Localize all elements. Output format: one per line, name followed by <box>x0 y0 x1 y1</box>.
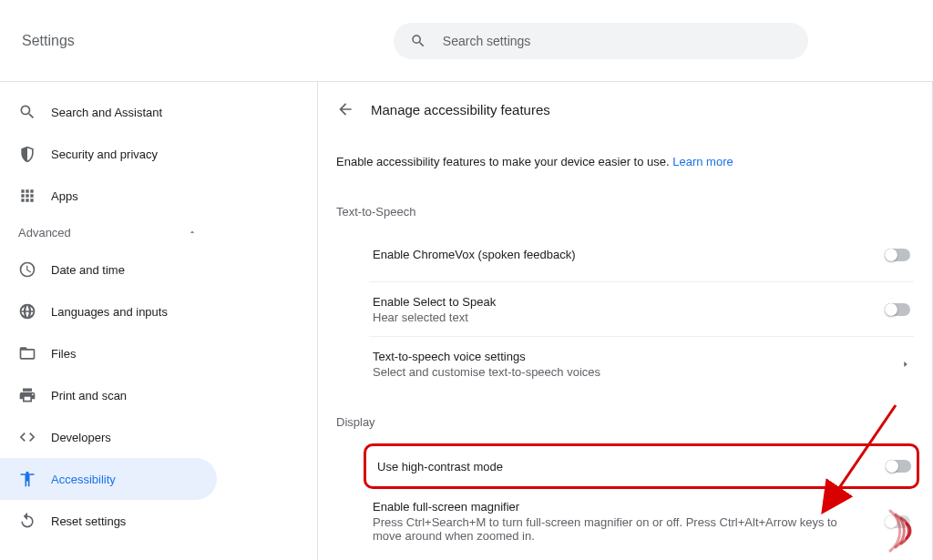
sidebar-item-label: Apps <box>51 189 78 203</box>
sidebar-item-label: Reset settings <box>51 514 126 528</box>
sidebar-item-label: Search and Assistant <box>51 106 162 119</box>
toggle-fullscreen-magnifier[interactable] <box>885 515 910 528</box>
learn-more-link[interactable]: Learn more <box>672 155 733 168</box>
row-subtitle: Press Ctrl+Search+M to turn full-screen … <box>373 515 837 543</box>
sidebar-item-apps[interactable]: Apps <box>0 175 217 217</box>
shield-icon <box>18 145 36 163</box>
row-title: Enable ChromeVox (spoken feedback) <box>373 248 576 261</box>
sidebar-item-print-scan[interactable]: Print and scan <box>0 374 217 416</box>
row-fullscreen-magnifier[interactable]: Enable full-screen magnifier Press Ctrl+… <box>369 489 914 554</box>
row-title: Use high-contrast mode <box>377 460 503 473</box>
app-title: Settings <box>22 33 75 49</box>
chevron-right-icon <box>901 360 910 369</box>
sidebar-section-advanced[interactable]: Advanced <box>0 217 217 249</box>
sidebar-item-label: Files <box>51 347 76 361</box>
intro-text: Enable accessibility features to make yo… <box>318 155 932 168</box>
row-chromevox[interactable]: Enable ChromeVox (spoken feedback) <box>369 228 914 282</box>
sidebar-item-label: Security and privacy <box>51 148 158 161</box>
search-icon <box>410 33 426 49</box>
sidebar-item-security-privacy[interactable]: Security and privacy <box>0 133 217 175</box>
search-box[interactable] <box>394 23 808 59</box>
sidebar-item-files[interactable]: Files <box>0 332 217 374</box>
row-title: Enable full-screen magnifier <box>373 500 837 514</box>
row-subtitle: Select and customise text-to-speech voic… <box>373 365 600 379</box>
page-title: Manage accessibility features <box>371 102 550 117</box>
sidebar-item-label: Languages and inputs <box>51 305 168 319</box>
row-title: Text-to-speech voice settings <box>373 350 600 363</box>
folder-icon <box>18 344 36 362</box>
app-header: Settings <box>0 0 933 82</box>
chevron-up-icon <box>188 226 197 239</box>
row-tts-voice-settings[interactable]: Text-to-speech voice settings Select and… <box>369 337 914 392</box>
back-button[interactable] <box>336 100 354 118</box>
row-select-to-speak[interactable]: Enable Select to Speak Hear selected tex… <box>369 282 914 337</box>
printer-icon <box>18 386 36 404</box>
sidebar-item-accessibility[interactable]: Accessibility <box>0 458 217 500</box>
row-subtitle: Hear selected text <box>373 311 496 324</box>
search-icon <box>18 103 36 121</box>
section-label-display: Display <box>318 415 932 429</box>
accessibility-icon <box>18 470 36 488</box>
sidebar-item-label: Developers <box>51 431 111 444</box>
search-input[interactable] <box>443 34 792 48</box>
sidebar-item-reset[interactable]: Reset settings <box>0 500 217 542</box>
sidebar: Search and Assistant Security and privac… <box>0 82 318 560</box>
toggle-high-contrast[interactable] <box>886 460 911 473</box>
row-high-contrast-highlight: Use high-contrast mode <box>364 443 919 489</box>
apps-icon <box>18 187 36 205</box>
code-icon <box>18 428 36 446</box>
row-title: Enable Select to Speak <box>373 295 496 309</box>
toggle-chromevox[interactable] <box>885 249 910 261</box>
toggle-select-to-speak[interactable] <box>885 303 910 316</box>
clock-icon <box>18 260 36 279</box>
sidebar-item-developers[interactable]: Developers <box>0 416 217 458</box>
sidebar-item-label: Accessibility <box>51 473 116 486</box>
sidebar-item-search-assistant[interactable]: Search and Assistant <box>0 91 217 133</box>
sidebar-item-label: Date and time <box>51 263 125 277</box>
content-panel: Manage accessibility features Enable acc… <box>318 82 933 560</box>
reset-icon <box>18 512 36 530</box>
sidebar-item-languages[interactable]: Languages and inputs <box>0 290 217 332</box>
globe-icon <box>18 302 36 321</box>
section-label-tts: Text-to-Speech <box>318 205 932 219</box>
sidebar-item-label: Print and scan <box>51 389 127 402</box>
sidebar-item-date-time[interactable]: Date and time <box>0 249 217 290</box>
sidebar-section-label: Advanced <box>18 226 71 239</box>
